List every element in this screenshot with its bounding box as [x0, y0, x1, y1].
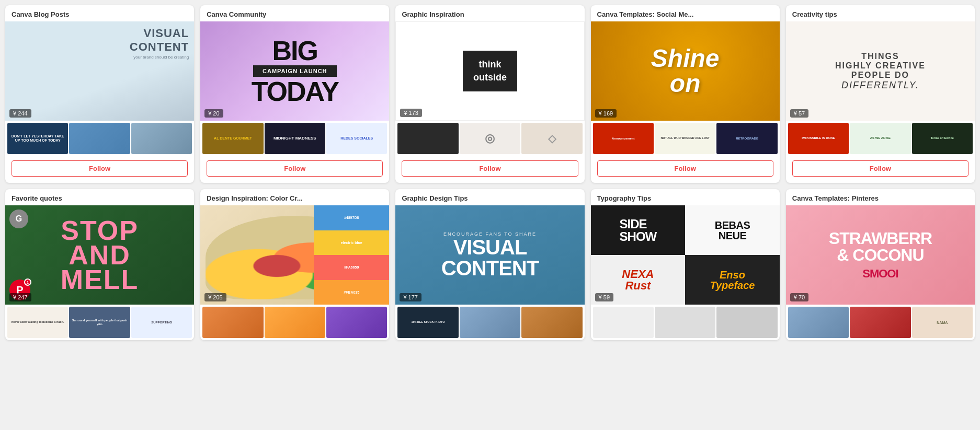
thumb-item: RETROGRADE: [716, 123, 777, 154]
thumb-item: Surround yourself with people that push …: [69, 307, 130, 338]
main-image: thinkoutside ¥ 173: [395, 21, 584, 121]
thumb-row: Never allow waiting to become a habit. S…: [5, 305, 194, 340]
count-badge: ¥ 205: [204, 293, 226, 301]
card-title: Favorite quotes: [5, 189, 194, 205]
card-canva-community: Canva Community BIG CAMPAIGN LAUNCH TODA…: [200, 5, 389, 183]
thumb-item: [460, 307, 520, 338]
thumb-item: 10 FREE STOCK PHOTO: [397, 307, 458, 338]
card-title: Graphic Design Tips: [395, 189, 584, 205]
main-image: ENCOURAGE FANS TO SHARE VISUALCONTENT ¥ …: [395, 205, 584, 305]
avatar: G: [9, 210, 28, 228]
thumb-item: IMPOSSIBLE IS DONE: [788, 123, 849, 154]
follow-button[interactable]: Follow: [597, 160, 773, 177]
follow-button[interactable]: Follow: [402, 160, 578, 177]
count-badge: ¥ 169: [595, 109, 617, 118]
thumb-item: [850, 307, 910, 338]
thumb-row: ◎ ◇: [395, 121, 584, 156]
card-title: Creativity tips: [786, 5, 975, 21]
thumb-item: AL DENTE GOURMET: [202, 123, 263, 154]
thumb-item: [397, 123, 458, 154]
main-image: VISUAL CONTENT your brand should be crea…: [5, 21, 194, 121]
thumb-row: DON'T LET YESTERDAY TAKE UP TOO MUCH OF …: [5, 121, 194, 156]
thumb-item: Terms of Service: [912, 123, 973, 154]
follow-button[interactable]: Follow: [207, 160, 383, 177]
card-graphic-inspiration: Graphic Inspiration thinkoutside ¥ 173 ◎…: [395, 5, 584, 183]
thumb-item: ◇: [521, 123, 582, 154]
card-canva-blog-posts: Canva Blog Posts VISUAL CONTENT your bra…: [5, 5, 194, 183]
thumb-item: [131, 123, 192, 154]
thumb-row: 10 FREE STOCK PHOTO: [395, 305, 584, 340]
count-badge: ¥ 57: [790, 109, 808, 118]
card-creativity-tips: Creativity tips THINGSHIGHLY CREATIVEPEO…: [786, 5, 975, 183]
count-badge: ¥ 177: [400, 293, 421, 301]
count-badge: ¥ 247: [9, 293, 31, 301]
count-badge: ¥ 70: [790, 293, 808, 301]
thumb-row: AL DENTE GOURMET MIDNIGHT MADNESS REDES …: [200, 121, 389, 156]
thumb-item: Announcement: [593, 123, 654, 154]
thumb-row: [591, 305, 780, 340]
card-title: Canva Community: [200, 5, 389, 21]
card-title: Graphic Inspiration: [395, 5, 584, 21]
card-favorite-quotes: Favorite quotes STOPANDMELL G P 1 ¥ 247 …: [5, 189, 194, 340]
thumb-item: [788, 307, 849, 338]
count-badge: ¥ 20: [204, 109, 223, 118]
thumb-row: IMPOSSIBLE IS DONE AS WE ARISE Terms of …: [786, 121, 975, 156]
thumb-item: MIDNIGHT MADNESS: [265, 123, 325, 154]
main-image: THINGSHIGHLY CREATIVEPEOPLE DODifferentl…: [786, 21, 975, 121]
card-graphic-design-tips: Graphic Design Tips ENCOURAGE FANS TO SH…: [395, 189, 584, 340]
thumb-item: [521, 307, 582, 338]
main-image: STRAWBERR& COCONUSMOOI ¥ 70: [786, 205, 975, 305]
follow-button[interactable]: Follow: [12, 160, 188, 177]
thumb-item: [593, 307, 654, 338]
main-image: SIDESHOW BEBASNEUE NEXARust EnsoTypeface…: [591, 205, 780, 305]
thumb-item: NAMA: [912, 307, 973, 338]
card-typography-tips: Typography Tips SIDESHOW BEBASNEUE NEXAR…: [591, 189, 780, 340]
thumb-item: [69, 123, 130, 154]
main-image: #4897D8 electric blue #FA6659 #FBA035 ¥ …: [200, 205, 389, 305]
card-title: Canva Templates: Pinteres: [786, 189, 975, 205]
main-image: BIG CAMPAIGN LAUNCH TODAY ¥ 20: [200, 21, 389, 121]
card-title: Design Inspiration: Color Cr...: [200, 189, 389, 205]
count-badge: ¥ 173: [400, 109, 422, 117]
card-design-inspiration-color: Design Inspiration: Color Cr... #4897D8 …: [200, 189, 389, 340]
follow-button[interactable]: Follow: [792, 160, 968, 177]
thumb-item: [716, 307, 777, 338]
thumb-item: [265, 307, 325, 338]
count-badge: ¥ 59: [595, 293, 613, 301]
thumb-item: ◎: [460, 123, 520, 154]
thumb-item: AS WE ARISE: [850, 123, 910, 154]
card-canva-templates-pinterest: Canva Templates: Pinteres STRAWBERR& COC…: [786, 189, 975, 340]
thumb-item: DON'T LET YESTERDAY TAKE UP TOO MUCH OF …: [7, 123, 68, 154]
thumb-row: NAMA: [786, 305, 975, 340]
thumb-item: SUPPORTING: [131, 307, 192, 338]
card-canva-templates-social: Canva Templates: Social Me... Shineon ¥ …: [591, 5, 780, 183]
thumb-item: REDES SOCIALES: [326, 123, 387, 154]
main-image: STOPANDMELL G P 1 ¥ 247: [5, 205, 194, 305]
count-badge: ¥ 244: [9, 109, 31, 118]
card-title: Canva Blog Posts: [5, 5, 194, 21]
thumb-item: NOT ALL WHO WANDER ARE LOST: [655, 123, 715, 154]
thumb-item: [326, 307, 387, 338]
card-title: Canva Templates: Social Me...: [591, 5, 780, 21]
main-image-content: VISUAL CONTENT your brand should be crea…: [5, 21, 194, 121]
thumb-row: Announcement NOT ALL WHO WANDER ARE LOST…: [591, 121, 780, 156]
thumb-item: [202, 307, 263, 338]
main-image: Shineon ¥ 169: [591, 21, 780, 121]
thumb-row: [200, 305, 389, 340]
board-grid: Canva Blog Posts VISUAL CONTENT your bra…: [5, 5, 975, 340]
thumb-item: Never allow waiting to become a habit.: [7, 307, 68, 338]
card-title: Typography Tips: [591, 189, 780, 205]
thumb-item: [655, 307, 715, 338]
